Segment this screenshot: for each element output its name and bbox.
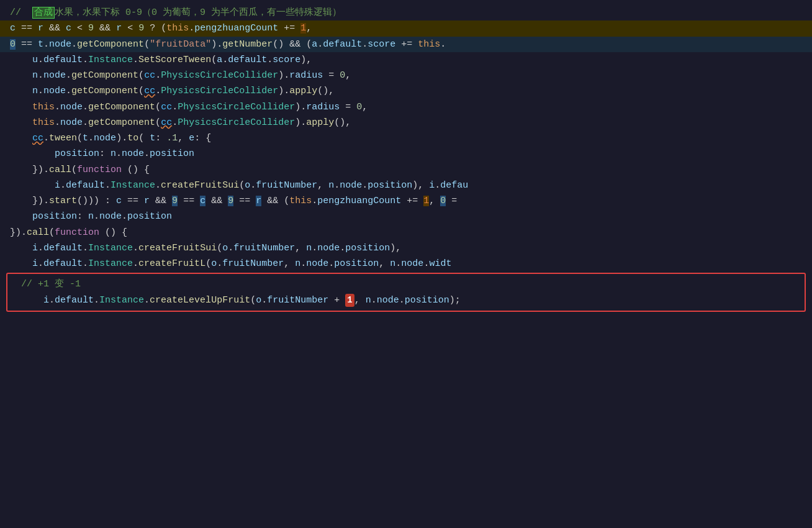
- code-token: 9: [88, 23, 94, 34]
- code-token: 9: [138, 23, 144, 34]
- code-token: .: [38, 86, 43, 96]
- code-token: .: [83, 117, 88, 128]
- code-token: function: [77, 165, 122, 175]
- code-token: position: [32, 211, 77, 222]
- code-token: fruitNumber: [256, 180, 317, 191]
- code-token: ,: [354, 295, 366, 306]
- code-token: Instance: [88, 55, 133, 65]
- code-token: () && (: [273, 39, 312, 50]
- code-line: i.default.Instance.createFruitSui(o.frui…: [0, 240, 812, 256]
- code-token: fruitNumber: [233, 243, 295, 253]
- code-token: .: [83, 258, 88, 269]
- code-token: cc: [161, 117, 172, 128]
- code-token: [10, 117, 32, 128]
- code-token: n: [328, 180, 334, 191]
- code-line: n.node.getComponent(cc.PhysicsCircleColl…: [0, 83, 812, 99]
- code-token: (: [239, 180, 245, 191]
- code-token: (: [71, 165, 77, 175]
- code-token: i: [55, 180, 60, 191]
- code-token: ? (: [144, 23, 166, 34]
- code-token: i: [429, 180, 435, 191]
- code-token: () {: [122, 165, 150, 175]
- code-token: (),: [334, 117, 351, 128]
- code-token: position: [345, 243, 390, 253]
- code-token: getComponent: [71, 70, 138, 81]
- code-token: .: [300, 258, 306, 269]
- code-token: .: [144, 148, 150, 159]
- code-token: [10, 243, 32, 253]
- code-token: widt: [429, 258, 451, 269]
- code-token: (: [138, 70, 144, 81]
- code-token: PhysicsCircleCollider: [178, 102, 295, 112]
- code-token: o: [256, 295, 261, 306]
- code-token: .: [362, 39, 368, 50]
- code-token: .: [155, 70, 161, 81]
- code-token: getComponent: [88, 102, 155, 112]
- code-token: call: [49, 165, 71, 175]
- code-token: .: [83, 243, 88, 253]
- code-token: .: [71, 39, 77, 50]
- code-token: 水果，水果下标 0-9（0 为葡萄，9 为半个西瓜，有一些特殊逻辑）: [55, 7, 341, 18]
- code-token: .: [435, 180, 440, 191]
- code-token: 9: [172, 196, 178, 206]
- code-token: c: [10, 23, 16, 34]
- code-token: position: [368, 180, 412, 191]
- code-token: .: [144, 295, 150, 306]
- code-token: .: [340, 243, 345, 253]
- code-token: cc: [161, 102, 172, 112]
- code-token: getComponent: [71, 86, 138, 96]
- code-token: +=: [401, 196, 423, 206]
- code-token: +: [328, 295, 345, 306]
- code-token: .: [83, 102, 88, 112]
- code-token: .: [172, 117, 178, 128]
- code-token: cc: [144, 86, 155, 96]
- code-token: ==: [122, 196, 144, 206]
- code-token: node: [60, 117, 83, 128]
- code-token: .: [66, 86, 71, 96]
- code-token: ).: [278, 86, 289, 96]
- code-token: t: [38, 39, 43, 50]
- code-token: 0: [440, 196, 446, 206]
- code-token: .: [440, 39, 446, 50]
- code-token: (),: [317, 86, 334, 96]
- code-token: (: [138, 86, 144, 96]
- code-token: }).: [10, 196, 49, 206]
- code-token: && (: [261, 196, 289, 206]
- code-token: =: [446, 196, 457, 206]
- code-token: default: [55, 295, 94, 306]
- code-token: o: [222, 243, 228, 253]
- code-token: default: [66, 180, 105, 191]
- code-token: position: [334, 258, 379, 269]
- code-token: }).: [10, 165, 49, 175]
- code-line: i.default.Instance.createFruitSui(o.frui…: [0, 178, 812, 193]
- code-token: .: [55, 102, 60, 112]
- code-token: i: [32, 258, 38, 269]
- code-token: 1: [423, 196, 429, 206]
- code-token: [10, 86, 32, 96]
- code-token: n: [366, 295, 371, 306]
- code-token: "fruitData": [150, 39, 211, 50]
- code-token: ==: [16, 39, 38, 50]
- code-token: ).: [211, 39, 222, 50]
- code-token: (: [211, 55, 217, 65]
- code-token: (: [49, 227, 55, 238]
- code-token: [10, 70, 32, 81]
- code-token: radius: [306, 102, 340, 112]
- code-token: ,: [317, 180, 328, 191]
- code-token: :: [77, 211, 88, 222]
- code-token: .: [155, 180, 161, 191]
- number-badge-1: 1: [345, 294, 354, 307]
- code-token: .: [189, 23, 194, 34]
- code-token: Instance: [111, 180, 155, 191]
- code-token: 1: [300, 23, 306, 34]
- code-token: node: [340, 180, 362, 191]
- code-token: .: [38, 70, 43, 81]
- code-token: i: [32, 243, 38, 253]
- code-token: .: [133, 243, 138, 253]
- code-token: default: [228, 55, 267, 65]
- code-token: ())) :: [77, 196, 116, 206]
- code-token: node: [49, 39, 71, 50]
- code-token: position: [55, 148, 99, 159]
- code-token: .: [328, 258, 334, 269]
- code-token: PhysicsCircleCollider: [178, 117, 295, 128]
